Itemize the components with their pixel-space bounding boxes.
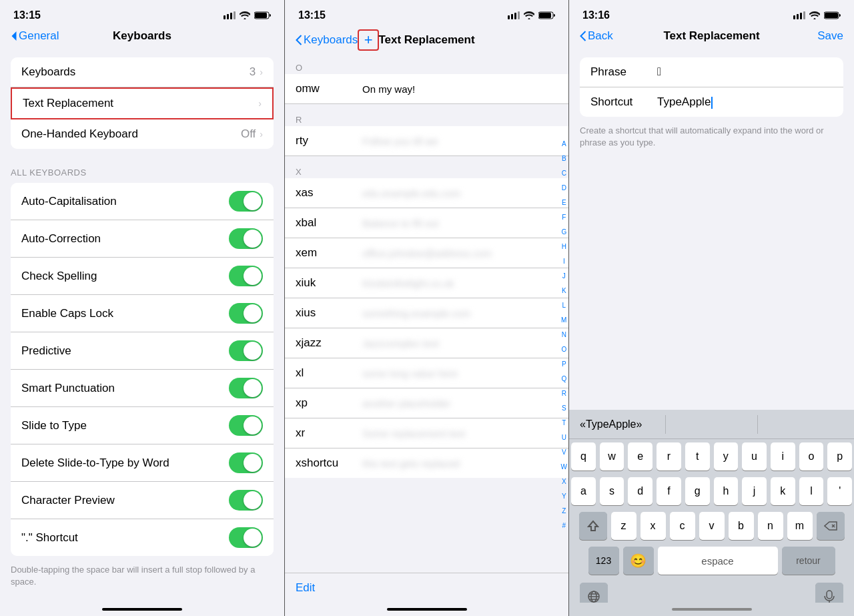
predictive-item[interactable]: Predictive — [11, 332, 274, 370]
delete-slide-toggle[interactable] — [229, 452, 263, 473]
one-handed-item[interactable]: One-Handed Keyboard Off › — [11, 119, 274, 149]
key-u[interactable]: u — [742, 442, 767, 471]
index-a[interactable]: A — [561, 140, 567, 148]
space-key[interactable]: espace — [658, 547, 778, 575]
tr-item-xl[interactable]: xl some long value here — [285, 358, 568, 388]
key-g[interactable]: g — [685, 477, 710, 505]
index-g[interactable]: G — [561, 228, 567, 236]
key-b[interactable]: b — [729, 512, 754, 540]
predictive-toggle[interactable] — [229, 340, 263, 361]
key-n[interactable]: n — [758, 512, 783, 540]
key-q[interactable]: q — [571, 442, 596, 471]
backspace-key[interactable] — [817, 512, 845, 540]
key-s[interactable]: s — [600, 477, 624, 505]
tr-item-xius[interactable]: xius something.example.com — [285, 298, 568, 328]
index-t[interactable]: T — [561, 419, 567, 427]
index-b[interactable]: B — [561, 155, 567, 163]
char-preview-item[interactable]: Character Preview — [11, 482, 274, 519]
index-y[interactable]: Y — [561, 493, 567, 501]
auto-correct-toggle[interactable] — [229, 228, 263, 249]
key-z[interactable]: z — [611, 512, 636, 540]
index-h[interactable]: H — [561, 243, 567, 251]
index-u[interactable]: U — [561, 434, 567, 442]
save-button[interactable]: Save — [817, 29, 843, 43]
tr-item-xiuk[interactable]: xiuk Kindsinthelight.co.uk — [285, 268, 568, 298]
key-d[interactable]: d — [628, 477, 653, 505]
plus-button[interactable]: + — [358, 29, 379, 51]
nav-back-label-3[interactable]: Back — [588, 29, 613, 43]
key-v[interactable]: v — [699, 512, 725, 540]
key-a[interactable]: a — [571, 477, 596, 505]
tr-item-xshortcu[interactable]: xshortcu this text gets replaced — [285, 448, 568, 478]
key-apostrophe[interactable]: ' — [827, 477, 852, 505]
text-replacement-item[interactable]: Text Replacement › — [11, 87, 274, 119]
index-c[interactable]: C — [561, 170, 567, 178]
char-preview-toggle[interactable] — [229, 490, 263, 511]
index-i[interactable]: I — [561, 258, 567, 266]
smart-punctuation-item[interactable]: Smart Punctuation — [11, 370, 274, 407]
index-s[interactable]: S — [561, 404, 567, 412]
check-spelling-toggle[interactable] — [229, 266, 263, 286]
key-i[interactable]: i — [771, 442, 795, 471]
check-spelling-item[interactable]: Check Spelling — [11, 258, 274, 295]
key-w[interactable]: w — [600, 442, 624, 471]
nav-back-label-2[interactable]: Keyboards — [304, 33, 358, 47]
index-v[interactable]: V — [561, 448, 567, 456]
index-x[interactable]: X — [561, 478, 567, 486]
shift-key[interactable] — [579, 512, 607, 540]
key-y[interactable]: y — [714, 442, 739, 471]
caps-lock-item[interactable]: Enable Caps Lock — [11, 295, 274, 332]
index-hash[interactable]: # — [561, 522, 567, 530]
index-j[interactable]: J — [561, 272, 567, 280]
key-m[interactable]: m — [787, 512, 813, 540]
key-h[interactable]: h — [714, 477, 739, 505]
auto-cap-item[interactable]: Auto-Capitalisation — [11, 183, 274, 220]
shortcut-row[interactable]: Shortcut TypeApple — [580, 87, 843, 117]
auto-cap-toggle[interactable] — [229, 191, 263, 212]
edit-button[interactable]: Edit — [296, 581, 315, 594]
tr-item-rty[interactable]: rty Follow you till we — [285, 126, 568, 156]
key-k[interactable]: k — [771, 477, 795, 505]
index-n[interactable]: N — [561, 331, 567, 339]
nav-back-label-1[interactable]: General — [19, 29, 59, 43]
key-r[interactable]: r — [657, 442, 681, 471]
num-key[interactable]: 123 — [588, 547, 619, 575]
nav-back-3[interactable]: Back — [580, 29, 613, 43]
index-p[interactable]: P — [561, 360, 567, 368]
key-e[interactable]: e — [628, 442, 653, 471]
key-c[interactable]: c — [670, 512, 695, 540]
slide-to-type-toggle[interactable] — [229, 415, 263, 436]
index-f[interactable]: F — [561, 214, 567, 222]
emoji-key[interactable]: 😊 — [623, 547, 654, 575]
tr-item-xbal[interactable]: xbal Balance to fill out — [285, 208, 568, 238]
key-x[interactable]: x — [640, 512, 666, 540]
index-z[interactable]: Z — [561, 507, 567, 515]
nav-back-2[interactable]: Keyboards — [296, 33, 358, 47]
tr-item-xjazz[interactable]: xjazz Jazzcomplex text — [285, 328, 568, 358]
index-w[interactable]: W — [561, 463, 567, 471]
index-m[interactable]: M — [561, 316, 567, 324]
index-q[interactable]: Q — [561, 375, 567, 383]
tr-item-xem[interactable]: xem office.johndoe@address.com — [285, 238, 568, 268]
slide-to-type-item[interactable]: Slide to Type — [11, 407, 274, 444]
delete-slide-item[interactable]: Delete Slide-to-Type by Word — [11, 444, 274, 482]
index-o[interactable]: O — [561, 346, 567, 354]
tr-item-omw[interactable]: omw On my way! — [285, 74, 568, 104]
key-j[interactable]: j — [742, 477, 767, 505]
nav-back-1[interactable]: General — [11, 29, 59, 43]
return-key[interactable]: retour — [782, 547, 835, 575]
caps-lock-toggle[interactable] — [229, 303, 263, 324]
index-k[interactable]: K — [561, 287, 567, 295]
shortcut-item[interactable]: "." Shortcut — [11, 519, 274, 556]
tr-item-xp[interactable]: xp another placeholder — [285, 388, 568, 418]
key-f[interactable]: f — [657, 477, 681, 505]
phrase-row[interactable]: Phrase  — [580, 57, 843, 87]
smart-punctuation-toggle[interactable] — [229, 378, 263, 398]
key-t[interactable]: t — [685, 442, 710, 471]
index-r[interactable]: R — [561, 390, 567, 398]
index-e[interactable]: E — [561, 199, 567, 207]
index-l[interactable]: L — [561, 302, 567, 310]
autocomplete-suggestion[interactable]: «TypeApple» — [574, 418, 665, 430]
key-l[interactable]: l — [799, 477, 824, 505]
index-d[interactable]: D — [561, 184, 567, 192]
